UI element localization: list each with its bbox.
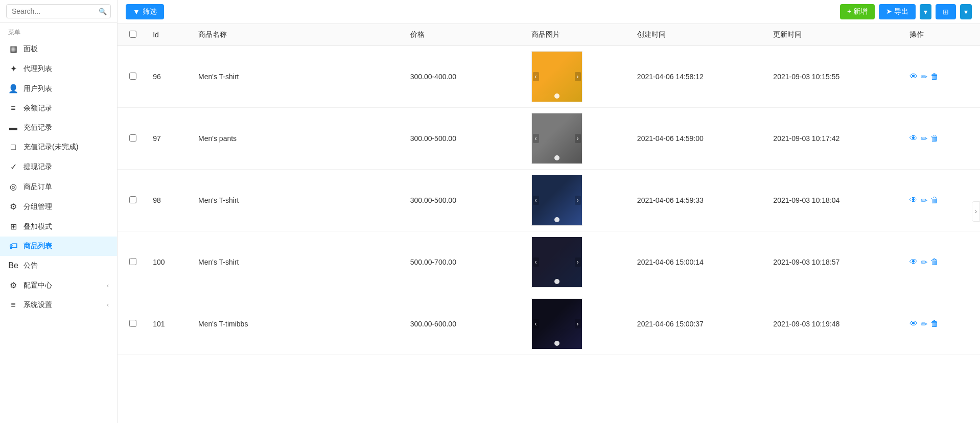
row-name-100: Men's T-shirt bbox=[193, 231, 405, 293]
row-created-98: 2021-04-06 14:59:33 bbox=[632, 170, 768, 231]
row-checkbox-98[interactable] bbox=[129, 196, 136, 203]
table-row: 98 Men's T-shirt 300.00-500.00 ‹ › 2021-… bbox=[118, 170, 980, 231]
menu-icon-dashboard: ▦ bbox=[8, 44, 18, 54]
img-next-96[interactable]: › bbox=[575, 72, 581, 81]
row-updated-98: 2021-09-03 10:18:04 bbox=[768, 170, 904, 231]
product-table: Id 商品名称 价格 商品图片 创建时间 更新时间 操作 96 Men's T-… bbox=[118, 24, 980, 355]
img-prev-96[interactable]: ‹ bbox=[533, 72, 539, 81]
row-actions-100: 👁 ✏ 🗑 bbox=[904, 231, 980, 293]
sidebar-item-recharge-record[interactable]: ▬ 充值记录 bbox=[0, 118, 117, 137]
row-updated-101: 2021-09-03 10:19:48 bbox=[768, 293, 904, 355]
delete-action-98[interactable]: 🗑 bbox=[930, 196, 939, 205]
header-name: 商品名称 bbox=[193, 24, 405, 46]
menu-label-recharge-record: 充值记录 bbox=[24, 123, 52, 132]
export-button[interactable]: ➤ 导出 bbox=[879, 4, 916, 19]
menu-label: 菜单 bbox=[0, 23, 117, 39]
img-next-97[interactable]: › bbox=[575, 134, 581, 143]
header-updated-at: 更新时间 bbox=[768, 24, 904, 46]
sidebar-item-dashboard[interactable]: ▦ 面板 bbox=[0, 39, 117, 59]
menu-label-group-manage: 分组管理 bbox=[24, 202, 52, 212]
sidebar-item-user-list[interactable]: 👤 用户列表 bbox=[0, 79, 117, 99]
row-checkbox-cell bbox=[118, 108, 148, 170]
right-collapse-arrow[interactable]: › bbox=[972, 201, 980, 222]
img-prev-101[interactable]: ‹ bbox=[533, 319, 539, 328]
header-image: 商品图片 bbox=[526, 24, 632, 46]
img-dot-97 bbox=[554, 155, 559, 160]
delete-action-97[interactable]: 🗑 bbox=[930, 134, 939, 143]
row-price-100: 500.00-700.00 bbox=[405, 231, 526, 293]
sidebar-item-product-list[interactable]: 🏷 商品列表 bbox=[0, 237, 117, 256]
img-prev-100[interactable]: ‹ bbox=[533, 257, 539, 267]
sidebar-item-recharge-incomplete[interactable]: □ 充值记录(未完成) bbox=[0, 137, 117, 157]
view-action-101[interactable]: 👁 bbox=[909, 319, 918, 328]
menu-icon-announcement: Be bbox=[8, 261, 18, 270]
add-button[interactable]: + 新增 bbox=[840, 4, 875, 19]
menu-label-recharge-incomplete: 充值记录(未完成) bbox=[24, 143, 78, 152]
row-checkbox-cell bbox=[118, 293, 148, 355]
menu-label-overlay-mode: 叠加模式 bbox=[24, 222, 52, 231]
sidebar-item-config-center[interactable]: ⚙ 配置中心 ‹ bbox=[0, 275, 117, 295]
menu-label-product-list: 商品列表 bbox=[24, 242, 52, 251]
sidebar-items: ▦ 面板 ✦ 代理列表 👤 用户列表 ≡ 余额记录 ▬ 充值记录 □ 充值记录(… bbox=[0, 39, 117, 315]
menu-icon-product-list: 🏷 bbox=[8, 242, 18, 251]
img-dot-98 bbox=[554, 217, 559, 222]
view-action-96[interactable]: 👁 bbox=[909, 72, 918, 81]
img-next-98[interactable]: › bbox=[575, 196, 581, 205]
select-all-checkbox[interactable] bbox=[129, 31, 136, 38]
sidebar-item-overlay-mode[interactable]: ⊞ 叠加模式 bbox=[0, 217, 117, 237]
sidebar-item-withdraw-record[interactable]: ✓ 提现记录 bbox=[0, 157, 117, 177]
edit-action-96[interactable]: ✏ bbox=[921, 72, 927, 82]
menu-label-dashboard: 面板 bbox=[24, 44, 38, 54]
row-price-96: 300.00-400.00 bbox=[405, 46, 526, 108]
menu-label-announcement: 公告 bbox=[24, 261, 38, 270]
sidebar-item-balance-record[interactable]: ≡ 余额记录 bbox=[0, 99, 117, 118]
table-row: 96 Men's T-shirt 300.00-400.00 ‹ › 2021-… bbox=[118, 46, 980, 108]
view-dropdown-button[interactable]: ▾ bbox=[960, 4, 972, 19]
delete-action-100[interactable]: 🗑 bbox=[930, 257, 939, 267]
edit-action-101[interactable]: ✏ bbox=[921, 319, 927, 329]
row-name-97: Men's pants bbox=[193, 108, 405, 170]
delete-action-96[interactable]: 🗑 bbox=[930, 72, 939, 81]
img-prev-97[interactable]: ‹ bbox=[533, 134, 539, 143]
edit-action-98[interactable]: ✏ bbox=[921, 196, 927, 205]
sidebar-item-agent-list[interactable]: ✦ 代理列表 bbox=[0, 59, 117, 79]
export-dropdown-button[interactable]: ▾ bbox=[920, 4, 931, 19]
row-checkbox-97[interactable] bbox=[129, 134, 136, 142]
view-button[interactable]: ⊞ bbox=[936, 4, 956, 19]
img-dot-100 bbox=[554, 279, 559, 284]
row-name-101: Men's T-timibbs bbox=[193, 293, 405, 355]
menu-icon-recharge-record: ▬ bbox=[8, 123, 18, 132]
row-checkbox-cell bbox=[118, 46, 148, 108]
menu-label-system-settings: 系统设置 bbox=[24, 300, 52, 310]
sidebar-item-announcement[interactable]: Be 公告 bbox=[0, 256, 117, 275]
view-action-97[interactable]: 👁 bbox=[909, 134, 918, 143]
row-actions-96: 👁 ✏ 🗑 bbox=[904, 46, 980, 108]
row-id-100: 100 bbox=[148, 231, 193, 293]
img-prev-98[interactable]: ‹ bbox=[533, 196, 539, 205]
sidebar-item-product-order[interactable]: ◎ 商品订单 bbox=[0, 177, 117, 197]
menu-label-user-list: 用户列表 bbox=[24, 84, 52, 93]
header-id: Id bbox=[148, 24, 193, 46]
sidebar-item-group-manage[interactable]: ⚙ 分组管理 bbox=[0, 197, 117, 217]
row-checkbox-101[interactable] bbox=[129, 320, 136, 327]
edit-action-97[interactable]: ✏ bbox=[921, 134, 927, 144]
delete-action-101[interactable]: 🗑 bbox=[930, 319, 939, 328]
toolbar-left: ▼ 筛选 bbox=[126, 4, 164, 19]
view-action-100[interactable]: 👁 bbox=[909, 257, 918, 267]
table-row: 97 Men's pants 300.00-500.00 ‹ › 2021-04… bbox=[118, 108, 980, 170]
filter-icon: ▼ bbox=[133, 8, 140, 16]
row-actions-98: 👁 ✏ 🗑 bbox=[904, 170, 980, 231]
view-action-98[interactable]: 👁 bbox=[909, 196, 918, 205]
row-checkbox-100[interactable] bbox=[129, 258, 136, 265]
search-icon: 🔍 bbox=[99, 8, 107, 15]
toolbar-right: + 新增 ➤ 导出 ▾ ⊞ ▾ bbox=[840, 4, 972, 19]
filter-button[interactable]: ▼ 筛选 bbox=[126, 4, 164, 19]
img-next-100[interactable]: › bbox=[575, 257, 581, 267]
menu-icon-balance-record: ≡ bbox=[8, 104, 18, 113]
edit-action-100[interactable]: ✏ bbox=[921, 257, 927, 267]
img-next-101[interactable]: › bbox=[575, 319, 581, 328]
sidebar-item-system-settings[interactable]: ≡ 系统设置 ‹ bbox=[0, 295, 117, 315]
search-input[interactable] bbox=[6, 4, 111, 18]
menu-icon-config-center: ⚙ bbox=[8, 280, 18, 290]
row-checkbox-96[interactable] bbox=[129, 73, 136, 80]
